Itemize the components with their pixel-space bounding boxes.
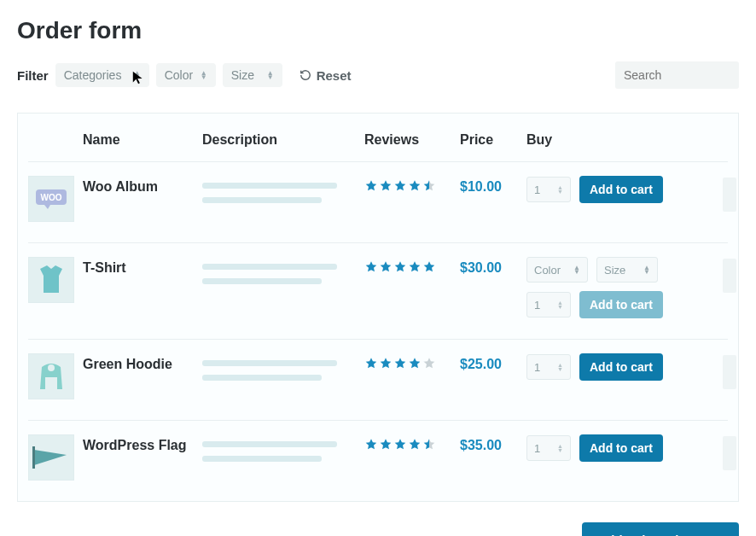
- col-description: Description: [202, 132, 364, 148]
- col-name: Name: [83, 132, 202, 148]
- svg-point-2: [48, 364, 55, 371]
- quantity-stepper[interactable]: 1▲▼: [526, 292, 571, 318]
- sort-arrows-icon: ▲▼: [201, 71, 207, 79]
- search-input[interactable]: [615, 61, 739, 89]
- spinner-icon: ▲▼: [557, 363, 563, 371]
- page-title: Order form: [17, 17, 739, 44]
- product-rating: [364, 176, 460, 193]
- product-thumbnail[interactable]: [28, 257, 74, 303]
- table-header: Name Description Reviews Price Buy: [28, 114, 728, 161]
- product-price: $10.00: [460, 176, 526, 195]
- buy-cell: 1▲▼ Add to cart: [526, 353, 723, 381]
- product-name[interactable]: T-Shirt: [83, 257, 202, 276]
- product-name[interactable]: Green Hoodie: [83, 353, 202, 372]
- color-select[interactable]: Color ▲▼: [156, 63, 216, 87]
- row-color-select[interactable]: Color▲▼: [526, 257, 588, 283]
- categories-select-label: Categories: [64, 68, 122, 82]
- row-size-select[interactable]: Size▲▼: [596, 257, 658, 283]
- product-thumbnail[interactable]: [28, 434, 74, 481]
- reset-button[interactable]: Reset: [299, 68, 352, 83]
- product-name[interactable]: Woo Album: [83, 176, 202, 195]
- table-row: T-Shirt $30.00 Color▲▼ Size▲▼ 1▲▼ Add to…: [28, 242, 728, 339]
- col-price: Price: [460, 132, 526, 148]
- quantity-stepper[interactable]: 1▲▼: [526, 177, 571, 202]
- quantity-stepper[interactable]: 1▲▼: [526, 435, 571, 461]
- reset-label: Reset: [317, 68, 352, 83]
- spinner-icon: ▲▼: [557, 185, 563, 194]
- product-description: [202, 257, 364, 293]
- add-to-cart-button[interactable]: Add to cart: [579, 353, 663, 381]
- product-table: Name Description Reviews Price Buy WOO W…: [17, 113, 739, 502]
- product-thumbnail[interactable]: WOO: [28, 176, 74, 222]
- col-buy: Buy: [526, 132, 723, 148]
- product-description: [202, 176, 364, 212]
- sort-arrows-icon: ▲▼: [267, 71, 274, 79]
- table-row: WordPress Flag $35.00 1▲▼ Add to cart: [28, 420, 728, 501]
- buy-cell: 1▲▼ Add to cart: [526, 176, 723, 203]
- table-row: WOO Woo Album $10.00 1▲▼ Add to cart: [28, 161, 728, 242]
- product-rating: [364, 257, 460, 274]
- svg-rect-3: [32, 446, 35, 469]
- sort-arrows-icon: ▲▼: [643, 265, 650, 274]
- categories-select[interactable]: Categories ▲▼: [55, 63, 149, 87]
- col-reviews: Reviews: [364, 132, 460, 148]
- row-expand-handle[interactable]: [723, 436, 736, 470]
- product-description: [202, 353, 364, 389]
- row-expand-handle[interactable]: [723, 355, 736, 389]
- spinner-icon: ▲▼: [557, 300, 563, 309]
- product-rating: [364, 353, 460, 370]
- product-description: [202, 434, 364, 470]
- color-select-label: Color: [165, 68, 193, 82]
- size-select[interactable]: Size ▲▼: [223, 63, 282, 87]
- row-expand-handle[interactable]: [723, 259, 736, 293]
- buy-cell: 1▲▼ Add to cart: [526, 434, 723, 462]
- product-price: $30.00: [460, 257, 526, 276]
- add-to-cart-button[interactable]: Add to cart: [579, 291, 663, 318]
- sort-arrows-icon: ▲▼: [134, 71, 141, 79]
- size-select-label: Size: [231, 68, 254, 82]
- svg-text:WOO: WOO: [41, 193, 62, 202]
- table-row: Green Hoodie $25.00 1▲▼ Add to cart: [28, 339, 728, 420]
- add-to-cart-button[interactable]: Add to cart: [579, 176, 663, 203]
- spinner-icon: ▲▼: [557, 444, 563, 452]
- quantity-stepper[interactable]: 1▲▼: [526, 354, 571, 380]
- product-price: $25.00: [460, 353, 526, 372]
- add-selected-button[interactable]: Add Selected to Cart: [582, 522, 739, 536]
- product-rating: [364, 434, 460, 452]
- sort-arrows-icon: ▲▼: [573, 265, 580, 274]
- product-price: $35.00: [460, 434, 526, 453]
- filter-label: Filter: [17, 68, 49, 83]
- product-thumbnail[interactable]: [28, 353, 74, 399]
- undo-icon: [299, 69, 311, 81]
- product-name[interactable]: WordPress Flag: [83, 434, 202, 453]
- buy-cell: Color▲▼ Size▲▼ 1▲▼ Add to cart: [526, 257, 723, 318]
- add-to-cart-button[interactable]: Add to cart: [579, 434, 663, 462]
- row-expand-handle[interactable]: [723, 178, 736, 212]
- filter-toolbar: Filter Categories ▲▼ Color ▲▼ Size ▲▼ Re…: [17, 61, 739, 89]
